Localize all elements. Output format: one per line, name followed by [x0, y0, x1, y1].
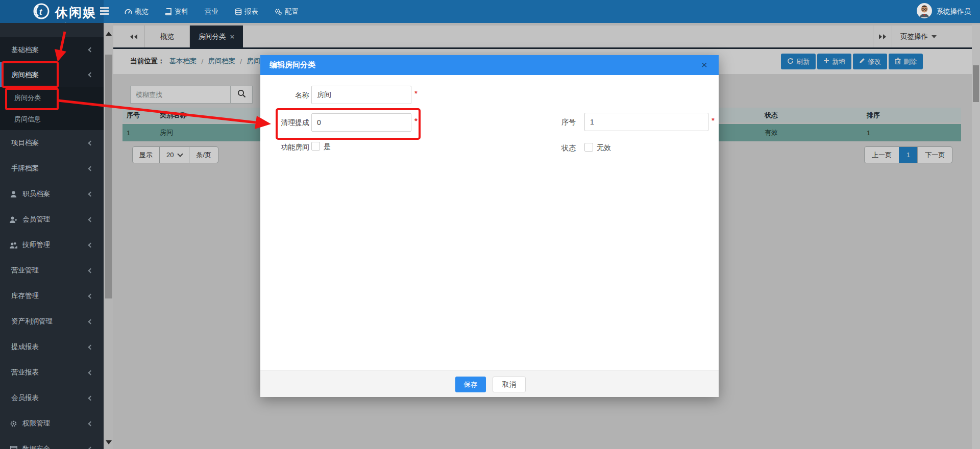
top-navbar: t 休闲娱乐 概览 资料 营业 报表 配置	[0, 0, 980, 23]
sidebar-item-member-mgmt[interactable]: 会员管理	[0, 207, 104, 232]
required-asterisk: *	[414, 116, 418, 125]
nav-item-reports[interactable]: 报表	[227, 0, 266, 23]
gauge-icon	[125, 8, 132, 15]
sidebar-item-data-security[interactable]: 数据安全	[0, 436, 104, 449]
nav-item-data[interactable]: 资料	[157, 0, 197, 23]
close-icon[interactable]: ×	[701, 59, 707, 71]
user-plus-icon	[10, 216, 17, 223]
save-button[interactable]: 保存	[455, 377, 486, 392]
cleaning-commission-label: 清理提成	[260, 117, 309, 128]
status-option: 无效	[597, 143, 611, 152]
top-menu: 概览 资料 营业 报表 配置	[116, 0, 307, 23]
status-checkbox[interactable]	[584, 143, 593, 152]
sidebar-item-room-archive[interactable]: 房间档案	[0, 62, 104, 87]
avatar	[917, 3, 932, 20]
chevron-left-icon	[88, 47, 93, 53]
modal-title: 编辑房间分类	[270, 60, 315, 70]
chevron-left-icon	[88, 268, 93, 273]
sidebar-item-room-category[interactable]: 房间分类	[0, 87, 104, 109]
sidebar-item-room-info[interactable]: 房间信息	[0, 109, 104, 130]
function-room-label: 功能房间	[260, 142, 309, 152]
function-room-option: 是	[324, 142, 331, 151]
user-menu[interactable]: 系统操作员	[917, 0, 971, 23]
chevron-left-icon	[88, 344, 93, 350]
sidebar-submenu-room: 房间分类 房间信息	[0, 87, 104, 130]
sidebar: 基础档案 房间档案 房间分类 房间信息 项目档案 手牌档案 职员档案 会员管理	[0, 23, 104, 449]
nav-item-overview[interactable]: 概览	[116, 0, 157, 23]
chevron-left-icon	[88, 293, 93, 298]
sidebar-item-technician-mgmt[interactable]: 技师管理	[0, 232, 104, 258]
required-asterisk: *	[414, 89, 418, 97]
chevron-left-icon	[88, 370, 93, 375]
sidebar-item-staff-archive[interactable]: 职员档案	[0, 181, 104, 207]
brand-logo: t 休闲娱乐	[0, 0, 104, 23]
sidebar-item-handcard-archive[interactable]: 手牌档案	[0, 156, 104, 181]
hamburger-icon[interactable]	[100, 7, 109, 15]
sidebar-item-business-mgmt[interactable]: 营业管理	[0, 258, 104, 283]
sidebar-scrollbar	[104, 23, 113, 449]
application-window: t 休闲娱乐 概览 资料 营业 报表 配置	[0, 0, 980, 449]
window-icon	[10, 446, 17, 449]
chevron-left-icon	[88, 242, 93, 247]
chevron-left-icon	[88, 140, 93, 145]
scroll-up-arrow-icon[interactable]	[106, 32, 112, 36]
scroll-down-arrow-icon[interactable]	[106, 440, 112, 444]
cleaning-commission-field[interactable]	[311, 113, 411, 132]
chevron-left-icon	[88, 191, 93, 196]
sidebar-item-basic-archive[interactable]: 基础档案	[0, 37, 104, 62]
sidebar-item-inventory-mgmt[interactable]: 库存管理	[0, 283, 104, 309]
name-label: 名称	[260, 90, 309, 100]
users-icon	[10, 242, 17, 248]
svg-text:t: t	[39, 6, 42, 17]
chevron-left-icon	[88, 166, 93, 171]
sidebar-scrollbar-thumb[interactable]	[105, 55, 112, 298]
status-label: 状态	[527, 143, 576, 153]
modal-footer: 保存 取消	[260, 370, 719, 397]
sidebar-item-business-report[interactable]: 营业报表	[0, 360, 104, 385]
edit-room-category-modal: 编辑房间分类 × 名称 * 清理提成 * 功能房间 是 序号 * 状态 无效 保…	[260, 55, 719, 397]
chevron-left-icon	[88, 319, 93, 324]
cancel-button[interactable]: 取消	[493, 377, 526, 392]
modal-header: 编辑房间分类 ×	[260, 55, 719, 75]
chevron-left-icon	[88, 217, 93, 222]
name-field[interactable]	[311, 86, 411, 104]
chevron-left-icon	[88, 72, 93, 78]
chevron-left-icon	[88, 446, 93, 449]
sequence-label: 序号	[527, 117, 576, 127]
sidebar-item-member-report[interactable]: 会员报表	[0, 385, 104, 411]
function-room-checkbox[interactable]	[311, 142, 320, 151]
user-icon	[10, 191, 17, 197]
sidebar-item-permission-mgmt[interactable]: 权限管理	[0, 411, 104, 436]
gear-icon	[10, 420, 17, 427]
sequence-field[interactable]	[584, 113, 708, 131]
sidebar-item-commission-report[interactable]: 提成报表	[0, 334, 104, 360]
chevron-left-icon	[88, 395, 93, 401]
nav-item-business[interactable]: 营业	[197, 0, 227, 23]
sidebar-item-project-archive[interactable]: 项目档案	[0, 130, 104, 156]
sidebar-item-asset-profit-mgmt[interactable]: 资产利润管理	[0, 309, 104, 334]
chevron-left-icon	[88, 421, 93, 426]
user-name: 系统操作员	[937, 7, 971, 16]
nav-item-settings[interactable]: 配置	[266, 0, 307, 23]
database-icon	[235, 8, 242, 15]
required-asterisk: *	[712, 116, 715, 124]
brand-swirl-icon: t	[32, 3, 51, 22]
book-icon	[165, 8, 172, 15]
gears-icon	[275, 8, 282, 15]
